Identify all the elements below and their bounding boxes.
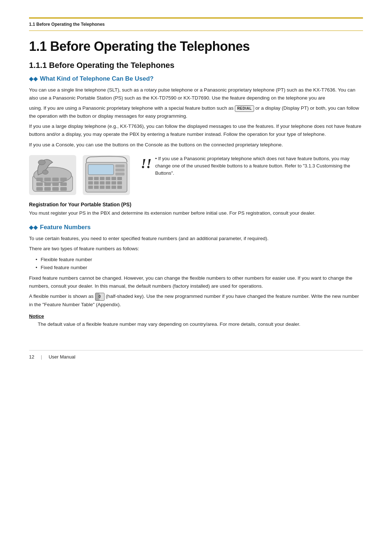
para2: using. If you are using a Panasonic prop… [29, 104, 363, 120]
svg-rect-21 [88, 177, 93, 180]
svg-rect-35 [100, 186, 105, 189]
diamonds-icon: ◆◆ [29, 76, 38, 82]
svg-rect-32 [117, 181, 122, 185]
bullet-fixed: Fixed feature number [36, 264, 363, 272]
registration-heading: Registration for Your Portable Station (… [29, 202, 363, 207]
what-kind-label: What Kind of Telephone Can Be Used? [40, 75, 154, 82]
svg-rect-11 [44, 187, 51, 191]
notice-block: The default value of a flexible feature … [29, 320, 363, 328]
svg-point-14 [38, 160, 45, 165]
feature-para1: To use certain features, you need to ent… [29, 235, 363, 243]
redial-button: REDIAL [235, 105, 254, 112]
svg-rect-28 [94, 181, 99, 185]
image-notice-row: !! • If you use a Panasonic proprietary … [29, 155, 363, 195]
svg-rect-23 [100, 177, 105, 180]
phone-image-2 [83, 155, 130, 195]
footer-page-number: 12 [29, 354, 34, 360]
svg-rect-7 [44, 182, 51, 186]
svg-rect-33 [88, 186, 93, 189]
svg-rect-30 [106, 181, 110, 185]
svg-rect-34 [94, 186, 99, 189]
what-kind-body: You can use a single line telephone (SLT… [29, 86, 363, 149]
bullet-flexible: Flexible feature number [36, 256, 363, 264]
svg-rect-17 [88, 165, 114, 175]
svg-rect-12 [52, 187, 59, 191]
notice-para: The default value of a flexible feature … [38, 320, 363, 328]
header-section: 1.1 Before Operating the Telephones [29, 19, 363, 31]
svg-rect-2 [36, 178, 43, 181]
svg-rect-37 [111, 186, 116, 189]
what-kind-heading: ◆◆ What Kind of Telephone Can Be Used? [29, 75, 363, 82]
footer: 12 | User Manual [29, 350, 363, 360]
svg-point-15 [42, 170, 48, 174]
svg-rect-26 [117, 177, 122, 180]
notice-label: Notice [29, 313, 363, 319]
feature-bullet-list: Flexible feature number Fixed feature nu… [29, 256, 363, 271]
top-rule [29, 17, 363, 19]
svg-rect-19 [115, 169, 124, 171]
svg-rect-9 [60, 182, 67, 186]
section-label: 1.1 Before Operating the Telephones [29, 22, 105, 27]
phone-images [29, 155, 130, 195]
registration-body: You must register your PS in the PBX and… [29, 209, 363, 217]
svg-rect-8 [52, 182, 59, 186]
page: 1.1 Before Operating the Telephones 1.1 … [0, 0, 392, 555]
notice-double-exclamation: !! [141, 157, 152, 170]
svg-rect-27 [88, 181, 93, 185]
feature-diamonds-icon: ◆◆ [29, 224, 38, 231]
svg-rect-6 [36, 182, 43, 186]
feature-numbers-body: To use certain features, you need to ent… [29, 235, 363, 253]
flexible-key-icon: 0 [95, 293, 105, 301]
feature-para3-block: Fixed feature numbers cannot be changed.… [29, 274, 363, 308]
svg-rect-10 [36, 187, 43, 191]
para1: You can use a single line telephone (SLT… [29, 86, 363, 102]
svg-rect-25 [111, 177, 116, 180]
svg-rect-18 [115, 165, 124, 167]
feature-numbers-section: ◆◆ Feature Numbers [29, 224, 363, 231]
para3: If you use a large display telephone (e.… [29, 122, 363, 138]
svg-rect-24 [106, 177, 110, 180]
feature-numbers-label: Feature Numbers [40, 224, 91, 231]
feature-para3: Fixed feature numbers cannot be changed.… [29, 274, 363, 290]
chapter-title: 1.1 Before Operating the Telephones [29, 39, 363, 54]
notice-bullet: • [155, 156, 158, 161]
svg-rect-5 [60, 178, 67, 181]
subsection-title: 1.1.1 Before Operating the Telephones [29, 61, 363, 70]
svg-rect-31 [111, 181, 116, 185]
svg-rect-3 [44, 178, 51, 181]
notice-box: !! • If you use a Panasonic proprietary … [141, 155, 363, 177]
para4: If you use a Console, you can use the bu… [29, 141, 363, 149]
svg-rect-36 [106, 186, 110, 189]
svg-rect-4 [52, 178, 59, 181]
phone-image-1 [29, 155, 76, 195]
footer-separator: | [41, 354, 42, 360]
footer-label: User Manual [49, 354, 75, 360]
svg-rect-29 [100, 181, 105, 185]
svg-rect-13 [60, 187, 67, 191]
feature-numbers-heading: ◆◆ Feature Numbers [29, 224, 363, 231]
svg-rect-22 [94, 177, 99, 180]
feature-para2: There are two types of feature numbers a… [29, 245, 363, 253]
feature-para4: A flexible number is shown as 0 (half-sh… [29, 292, 363, 308]
svg-rect-38 [117, 186, 122, 189]
notice-body: • If you use a Panasonic proprietary tel… [155, 155, 363, 177]
svg-rect-20 [115, 173, 124, 175]
